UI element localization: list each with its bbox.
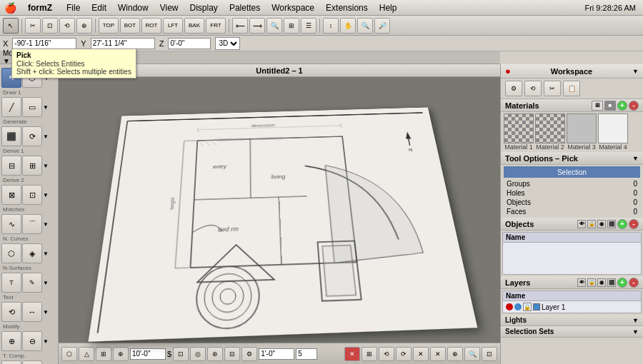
material-item-3[interactable]: Material 3 — [567, 113, 597, 151]
tool-arrow-down2[interactable]: ▼ — [43, 97, 50, 117]
bottom-btn-cancel[interactable]: ✕ — [344, 347, 360, 361]
tool-derive2b[interactable]: ⊞ — [22, 156, 42, 176]
tool-ncurve1[interactable]: ∿ — [1, 214, 21, 234]
obj-eye-icon[interactable]: 👁 — [577, 220, 586, 228]
obj-lock-icon[interactable]: 🔒 — [587, 220, 596, 228]
bottom-input-snap[interactable] — [296, 348, 317, 360]
layer-remove-btn[interactable]: - — [629, 278, 639, 288]
tool-revolve[interactable]: ⟳ — [22, 126, 42, 146]
tool-text2[interactable]: ✎ — [22, 273, 42, 293]
bottom-btn-5[interactable]: ⊡ — [173, 347, 189, 361]
tool-arrow-down6[interactable]: ▼ — [43, 214, 50, 234]
ws-tool-4[interactable]: 📋 — [563, 81, 580, 96]
tool-arrow-down8[interactable]: ▼ — [43, 273, 50, 293]
obj-add-btn[interactable]: + — [617, 219, 627, 229]
tool-text1[interactable]: T — [1, 273, 21, 293]
lights-arrow[interactable]: ▼ — [632, 317, 639, 324]
bottom-btn-17[interactable]: ⊡ — [482, 347, 497, 361]
bottom-btn-12[interactable]: ⟳ — [396, 347, 412, 361]
tb-btn-12[interactable]: 🔍 — [357, 18, 373, 34]
tb-btn-8[interactable]: ⊞ — [284, 18, 299, 34]
menu-file[interactable]: File — [61, 1, 86, 14]
tool-measure2[interactable]: 📏 — [22, 360, 42, 364]
view-mode-select[interactable]: 3D2D — [215, 37, 240, 50]
material-item-1[interactable]: Material 1 — [504, 113, 534, 151]
bottom-btn-8[interactable]: ⊟ — [224, 347, 240, 361]
tool-measure1[interactable]: 📐 — [1, 360, 21, 364]
obj-remove-btn[interactable]: - — [629, 219, 639, 229]
tb-btn-4[interactable]: ⊕ — [76, 18, 92, 34]
bottom-btn-3[interactable]: ⊞ — [96, 347, 111, 361]
tb-btn-10[interactable]: ↕ — [323, 18, 339, 34]
menu-edit[interactable]: Edit — [86, 1, 112, 14]
menu-palettes[interactable]: Palettes — [224, 1, 266, 14]
coord-y-input[interactable] — [91, 38, 155, 49]
tb-btn-2[interactable]: ⊡ — [42, 18, 58, 34]
material-item-2[interactable]: Material 2 — [535, 113, 565, 151]
bottom-btn-10[interactable]: ⊞ — [362, 347, 377, 361]
menu-formz[interactable]: formZ — [22, 1, 58, 14]
ws-tool-1[interactable]: ⚙ — [505, 81, 522, 96]
layer-add-btn[interactable]: + — [617, 278, 627, 288]
tb-btn-5[interactable]: ⟵ — [232, 18, 248, 34]
bottom-btn-9[interactable]: ⚙ — [241, 347, 257, 361]
apple-menu[interactable]: 🍎 — [4, 2, 16, 14]
menu-workspace[interactable]: Workspace — [266, 1, 320, 14]
mat-ctrl-remove[interactable]: - — [629, 101, 639, 111]
tool-arrow-down9[interactable]: ▼ — [43, 302, 50, 322]
tool-arrow-down10[interactable]: ▼ — [43, 331, 50, 351]
tool-tcomp2[interactable]: ⊖ — [22, 331, 42, 351]
bottom-btn-7[interactable]: ⊛ — [207, 347, 223, 361]
pick-tool-btn[interactable]: ↖ — [3, 18, 19, 34]
layer-lock-btn[interactable]: 🔒 — [523, 303, 532, 311]
tool-options-arrow[interactable]: ▼ — [632, 155, 639, 162]
tb-view-bak[interactable]: BAK — [184, 18, 204, 34]
tool-modify1[interactable]: ⟲ — [1, 302, 21, 322]
obj-vis-icon[interactable]: ◉ — [597, 220, 606, 228]
bottom-input-dist1[interactable] — [130, 348, 166, 360]
coord-z-input[interactable] — [168, 38, 211, 49]
bottom-btn-13[interactable]: ✕ — [413, 347, 429, 361]
tb-view-bot[interactable]: BOT — [120, 18, 140, 34]
material-item-4[interactable]: Material 4 — [598, 113, 628, 151]
pick-tool[interactable]: ↖ — [1, 68, 21, 88]
layer-vis-icon[interactable]: ◉ — [597, 278, 606, 287]
tool-derive2a[interactable]: ⊟ — [1, 156, 21, 176]
tb-btn-1[interactable]: ✂ — [25, 18, 41, 34]
tool-ncurve2[interactable]: ⌒ — [22, 214, 42, 234]
tb-view-top[interactable]: TOP — [99, 18, 119, 34]
tool-rect[interactable]: ▭ — [22, 97, 42, 117]
mat-ctrl-gray[interactable]: ■ — [604, 101, 616, 111]
mat-ctrl-add[interactable]: + — [617, 101, 627, 111]
tool-extrude[interactable]: ⬛ — [1, 126, 21, 146]
tool-line[interactable]: ╱ — [1, 97, 21, 117]
tool-draw1[interactable]: ⬡ — [22, 68, 42, 88]
canvas-tab-active[interactable]: Untitled2 – 1 — [59, 51, 117, 64]
menu-window[interactable]: Window — [112, 1, 154, 14]
mat-ctrl-checkers[interactable]: ⊞ — [592, 101, 603, 111]
bottom-btn-16[interactable]: 🔍 — [464, 347, 480, 361]
tool-arrow-down4[interactable]: ▼ — [43, 156, 50, 176]
tool-arrow-down5[interactable]: ▼ — [43, 185, 50, 205]
obj-color-icon[interactable]: ⬛ — [607, 220, 616, 228]
tb-btn-9[interactable]: ☰ — [301, 18, 316, 34]
tool-mesh[interactable]: ⊠ — [1, 185, 21, 205]
tool-modify2[interactable]: ↔ — [22, 302, 42, 322]
tool-arrow-down11[interactable]: ▼ — [43, 360, 50, 364]
tb-btn-3[interactable]: ⟲ — [59, 18, 75, 34]
bottom-btn-1[interactable]: ⬡ — [61, 347, 77, 361]
tool-arrow-down[interactable]: ▼ — [43, 68, 50, 88]
layer-item-1[interactable]: 🔒 Layer 1 — [503, 301, 641, 313]
bottom-btn-11[interactable]: ⟲ — [379, 347, 394, 361]
tool-arrow-down7[interactable]: ▼ — [43, 243, 50, 263]
tool-tcomp1[interactable]: ⊕ — [1, 331, 21, 351]
selection-sets-arrow[interactable]: ▼ — [632, 328, 639, 335]
ws-tool-2[interactable]: ⟲ — [524, 81, 542, 96]
coord-x-input[interactable] — [12, 38, 76, 49]
bottom-btn-15[interactable]: ⊕ — [447, 347, 463, 361]
tool-nsurface2[interactable]: ◈ — [22, 243, 42, 263]
menu-view[interactable]: View — [154, 1, 184, 14]
tool-mesh2[interactable]: ⊡ — [22, 185, 42, 205]
menu-help[interactable]: Help — [374, 1, 403, 14]
bottom-btn-2[interactable]: △ — [79, 347, 94, 361]
